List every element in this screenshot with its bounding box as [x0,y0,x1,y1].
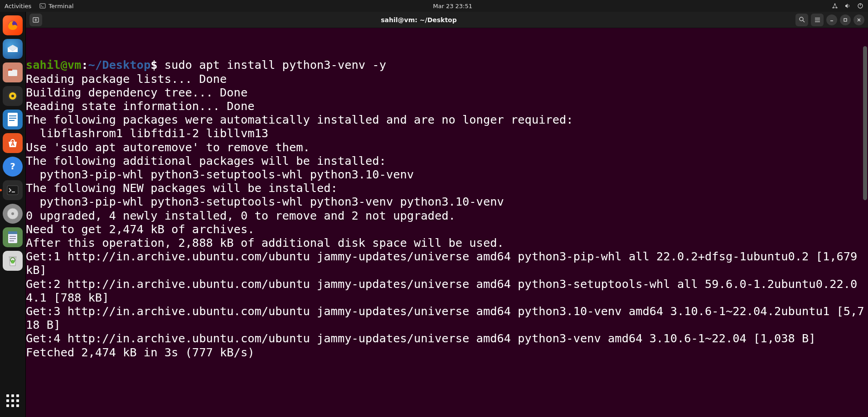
power-icon[interactable] [857,3,863,9]
svg-rect-0 [40,4,45,8]
close-button[interactable] [853,14,864,25]
gnome-topbar: Activities Terminal Mar 23 23:51 [0,0,868,12]
dock: A ? [0,12,26,417]
network-icon[interactable] [832,3,838,9]
terminal-body[interactable]: sahil@vm:~/Desktop$ sudo apt install pyt… [26,28,868,417]
svg-rect-26 [8,231,17,234]
svg-rect-17 [9,120,15,121]
thunderbird-icon[interactable] [3,39,23,59]
prompt-dollar: $ [150,58,165,72]
svg-text:A: A [11,142,15,147]
topbar-app-indicator[interactable]: Terminal [39,3,73,10]
prompt-path: ~/Desktop [88,58,151,72]
svg-rect-10 [8,71,17,76]
files-icon[interactable] [3,62,23,82]
topbar-right [832,3,863,9]
svg-rect-16 [9,118,16,119]
software-icon[interactable]: A [3,133,23,153]
svg-rect-27 [10,236,16,237]
terminal-command: sudo apt install python3-venv -y [165,58,386,72]
svg-rect-14 [8,113,18,126]
prompt-colon: : [81,58,88,72]
volume-icon[interactable] [844,3,851,9]
svg-rect-28 [10,238,16,239]
svg-rect-15 [9,115,16,116]
activities-button[interactable]: Activities [5,3,31,10]
hamburger-menu-button[interactable] [811,14,824,26]
todo-icon[interactable] [3,227,23,247]
firefox-icon[interactable] [3,15,23,35]
topbar-left: Activities Terminal [5,3,73,10]
writer-icon[interactable] [3,110,23,129]
svg-point-35 [800,17,803,21]
help-icon[interactable]: ? [3,157,23,177]
scrollbar-thumb[interactable] [863,46,867,200]
rhythmbox-icon[interactable] [3,86,23,106]
svg-point-13 [11,95,14,97]
svg-rect-29 [10,240,14,241]
svg-point-31 [11,260,15,264]
terminal-window: sahil@vm: ~/Desktop sahi [26,12,868,417]
svg-text:?: ? [10,161,15,172]
minimize-button[interactable] [826,14,837,25]
trash-icon[interactable] [3,251,23,271]
topbar-app-label: Terminal [48,3,73,10]
terminal-icon[interactable] [3,180,23,200]
svg-point-23 [11,212,14,215]
show-applications-button[interactable] [3,391,23,411]
search-button[interactable] [795,14,808,26]
svg-rect-41 [844,19,847,21]
new-tab-button[interactable] [29,14,42,26]
svg-line-36 [803,20,805,22]
terminal-output: Reading package lists... Done Building d… [26,72,864,359]
window-title: sahil@vm: ~/Desktop [46,16,792,24]
terminal-small-icon [39,3,46,9]
svg-rect-20 [7,186,18,195]
topbar-datetime[interactable]: Mar 23 23:51 [433,3,472,10]
disk-icon[interactable] [3,204,23,224]
prompt-user: sahil@vm [26,58,81,72]
titlebar: sahil@vm: ~/Desktop [26,12,868,28]
maximize-button[interactable] [840,14,851,25]
